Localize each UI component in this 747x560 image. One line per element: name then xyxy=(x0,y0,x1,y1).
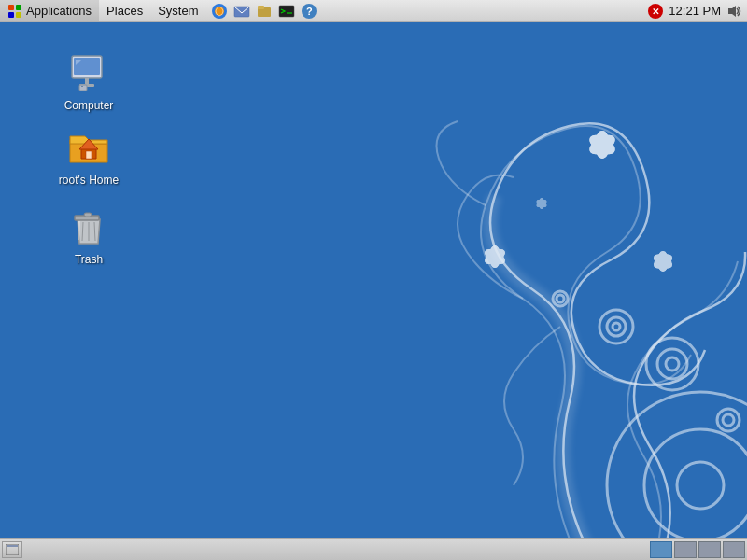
files-icon[interactable] xyxy=(254,1,275,21)
computer-icon[interactable]: Computer xyxy=(51,47,126,116)
svg-rect-59 xyxy=(85,78,89,84)
svg-text:?: ? xyxy=(306,6,313,17)
workspace-switcher xyxy=(650,541,745,558)
computer-label: Computer xyxy=(64,99,114,112)
workspace-1-button[interactable] xyxy=(650,541,672,558)
svg-point-6 xyxy=(597,139,608,150)
svg-rect-65 xyxy=(86,151,92,159)
svg-rect-41 xyxy=(8,5,14,10)
svg-point-38 xyxy=(557,295,564,302)
svg-point-39 xyxy=(717,409,740,431)
svg-rect-61 xyxy=(79,85,87,91)
roots-home-label: root's Home xyxy=(59,174,119,187)
applications-menu[interactable]: Applications xyxy=(0,0,99,21)
trash-icon[interactable]: Trash xyxy=(51,201,126,270)
computer-icon-image xyxy=(66,50,111,95)
svg-rect-67 xyxy=(84,213,92,217)
trash-label: Trash xyxy=(75,253,103,266)
svg-rect-43 xyxy=(8,12,14,18)
email-icon[interactable] xyxy=(232,1,252,21)
svg-point-30 xyxy=(677,462,724,509)
roots-home-icon-image xyxy=(66,125,111,170)
clock: 12:21 PM xyxy=(669,4,721,18)
svg-rect-50 xyxy=(279,6,294,17)
svg-point-40 xyxy=(723,414,734,426)
svg-point-32 xyxy=(657,349,687,379)
network-icon[interactable]: ✕ xyxy=(648,4,663,19)
svg-rect-44 xyxy=(16,12,21,18)
svg-point-27 xyxy=(540,202,544,206)
flower3 xyxy=(651,251,674,272)
terminal-icon[interactable] xyxy=(276,1,297,21)
show-desktop-button[interactable] xyxy=(2,541,22,558)
svg-rect-72 xyxy=(7,545,18,547)
svg-point-20 xyxy=(659,258,667,265)
firefox-icon[interactable] xyxy=(209,1,230,21)
desktop-wallpaper xyxy=(280,37,747,560)
svg-text:✕: ✕ xyxy=(652,7,659,17)
top-panel: Applications Places System xyxy=(0,0,747,22)
svg-point-29 xyxy=(644,429,747,541)
system-label: System xyxy=(158,4,198,18)
roots-home-icon[interactable]: root's Home xyxy=(51,121,126,190)
workspace-4-button[interactable] xyxy=(723,541,745,558)
places-label: Places xyxy=(106,4,143,18)
applications-icon xyxy=(7,4,22,19)
svg-point-36 xyxy=(613,323,620,330)
taskbar-left xyxy=(2,541,22,558)
applications-label: Applications xyxy=(26,4,92,18)
svg-marker-56 xyxy=(728,6,736,17)
desktop: Applications Places System xyxy=(0,0,747,560)
svg-rect-49 xyxy=(258,6,264,9)
help-icon[interactable]: ? xyxy=(299,1,319,21)
workspace-2-button[interactable] xyxy=(674,541,697,558)
svg-point-46 xyxy=(215,7,224,16)
svg-point-35 xyxy=(607,317,626,336)
svg-rect-62 xyxy=(81,86,83,87)
volume-icon[interactable] xyxy=(726,4,741,19)
trash-icon-image xyxy=(66,204,111,249)
system-menu[interactable]: System xyxy=(150,0,205,21)
places-menu[interactable]: Places xyxy=(99,0,150,21)
svg-rect-42 xyxy=(16,5,21,10)
svg-point-33 xyxy=(666,357,679,371)
bottom-panel xyxy=(0,538,747,560)
panel-right: ✕ 12:21 PM xyxy=(648,4,747,19)
panel-toolbar: ? xyxy=(209,1,319,21)
workspace-3-button[interactable] xyxy=(698,541,721,558)
flower4-small xyxy=(535,198,547,209)
svg-point-34 xyxy=(599,310,633,343)
